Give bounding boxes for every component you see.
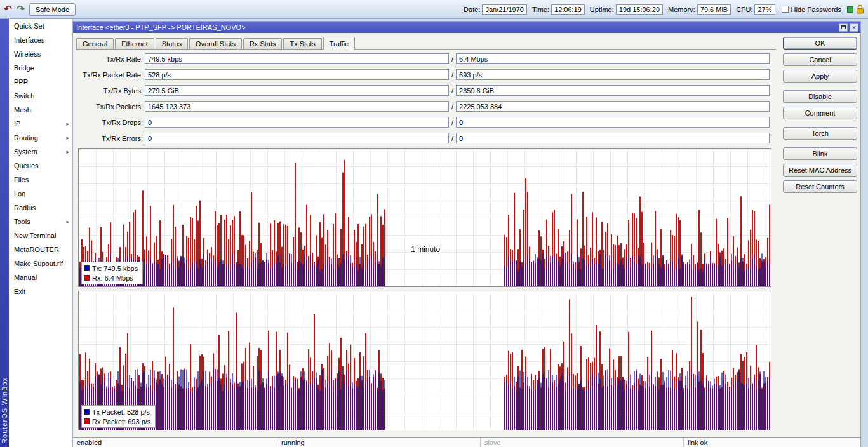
traffic-rate-canvas [79, 149, 771, 286]
dialog-titlebar[interactable]: Interface <ether3 - PTP_SFP -> PORTEIRAS… [73, 22, 860, 33]
field-separator: / [451, 71, 453, 79]
sidebar-item-tools[interactable]: Tools▸ [9, 215, 72, 229]
sidebar-item-label: Log [14, 190, 69, 197]
field-separator: / [451, 103, 453, 110]
tab-ethernet[interactable]: Ethernet [115, 38, 154, 49]
field-separator: / [451, 87, 453, 95]
stat-value-memory: 79.6 MiB [697, 4, 731, 15]
packet-rate-chart: Tx Packet: 528 p/sRx Packet: 693 p/s [78, 291, 771, 430]
stat-label-uptime: Uptime: [590, 6, 614, 13]
legend-swatch-icon [84, 275, 90, 281]
stat-value-time: 12:06:19 [551, 4, 585, 15]
sidebar-item-system[interactable]: System▸ [9, 145, 72, 159]
tab-rx-stats[interactable]: Rx Stats [243, 38, 283, 49]
rx-packet-rate-input[interactable] [456, 69, 770, 80]
tab-overall-stats[interactable]: Overall Stats [189, 38, 242, 49]
sidebar-item-mesh[interactable]: Mesh [9, 103, 72, 117]
stat-value-date: Jan/21/1970 [482, 4, 527, 15]
legend-label: Rx: 6.4 Mbps [92, 274, 133, 282]
safe-mode-button[interactable]: Safe Mode [29, 3, 76, 16]
reset-counters-button[interactable]: Reset Counters [783, 180, 857, 193]
sidebar-item-switch[interactable]: Switch [9, 89, 72, 103]
sidebar-item-label: Wireless [14, 50, 69, 58]
sidebar-item-queues[interactable]: Queues [9, 159, 72, 173]
sidebar-item-bridge[interactable]: Bridge [9, 61, 72, 75]
rx-drops-input[interactable] [456, 117, 770, 128]
status-link-ok: link ok [684, 438, 860, 447]
sidebar-item-label: System [14, 148, 66, 156]
ok-button[interactable]: OK [783, 37, 857, 50]
sidebar-item-radius[interactable]: Radius [9, 201, 72, 215]
tx-packets-input[interactable] [145, 101, 449, 112]
tab-bar: GeneralEthernetStatusOverall StatsRx Sta… [76, 36, 776, 50]
sidebar-item-files[interactable]: Files [9, 173, 72, 187]
stat-label-memory: Memory: [668, 6, 695, 13]
sidebar-item-log[interactable]: Log [9, 187, 72, 201]
field-label: Tx/Rx Errors: [73, 135, 143, 142]
hide-passwords-label: Hide Passwords [791, 6, 841, 13]
redo-icon[interactable]: ↷ [15, 3, 27, 15]
disable-button[interactable]: Disable [783, 90, 857, 103]
apply-button[interactable]: Apply [783, 70, 857, 83]
sidebar-item-ppp[interactable]: PPP [9, 75, 72, 89]
rx-errors-input[interactable] [456, 133, 770, 143]
winbox-brand-strip: RouterOS WinBox [0, 19, 9, 447]
close-button[interactable]: × [850, 23, 858, 32]
hide-passwords-checkbox[interactable] [782, 6, 789, 13]
undo-icon[interactable]: ↶ [2, 3, 14, 15]
sidebar-item-metarouter[interactable]: MetaROUTER [9, 243, 72, 257]
sidebar-item-new-terminal[interactable]: New Terminal [9, 229, 72, 243]
reset-mac-address-button[interactable]: Reset MAC Address [783, 164, 857, 177]
sidebar-menu: Quick SetInterfacesWirelessBridgePPPSwit… [9, 19, 73, 447]
tab-traffic[interactable]: Traffic [323, 37, 355, 50]
legend-swatch-icon [84, 265, 90, 271]
tx-bytes-input[interactable] [145, 85, 449, 96]
tab-status[interactable]: Status [156, 38, 188, 49]
sidebar-item-quick-set[interactable]: Quick Set [9, 19, 72, 33]
field-separator: / [451, 55, 453, 63]
stat-label-date: Date: [464, 6, 480, 13]
field-row-bytes: Tx/Rx Bytes:/ [73, 83, 778, 98]
stat-value-cpu: 27% [754, 4, 775, 15]
tx-rate-input[interactable] [145, 53, 449, 64]
field-separator: / [451, 135, 453, 142]
field-row-packets: Tx/Rx Packets:/ [73, 98, 778, 114]
chart-annotation: 1 minuto [411, 245, 440, 254]
sidebar-item-label: Bridge [14, 64, 69, 72]
status-slave: slave [481, 438, 684, 447]
field-label: Tx/Rx Rate: [73, 55, 143, 63]
legend-label: Tx Packet: 528 p/s [92, 408, 150, 416]
tx-errors-input[interactable] [145, 133, 449, 143]
rx-packets-input[interactable] [456, 101, 770, 112]
sidebar-item-make-supout-rif[interactable]: Make Supout.rif [9, 257, 72, 270]
sidebar-item-wireless[interactable]: Wireless [9, 47, 72, 61]
tx-packet-rate-input[interactable] [145, 69, 449, 80]
maximize-button[interactable] [839, 23, 848, 32]
legend-label: Tx: 749.5 kbps [92, 265, 138, 272]
cancel-button[interactable]: Cancel [783, 53, 857, 66]
rx-bytes-input[interactable] [456, 85, 770, 96]
tab-tx-stats[interactable]: Tx Stats [283, 38, 321, 49]
sidebar-item-ip[interactable]: IP▸ [9, 117, 72, 131]
system-stats: Date:Jan/21/1970Time:12:06:19Uptime:19d … [460, 0, 864, 18]
rx-rate-input[interactable] [456, 53, 770, 64]
sidebar-item-label: Tools [14, 218, 66, 225]
field-separator: / [451, 119, 453, 126]
stat-label-cpu: CPU: [736, 6, 752, 13]
torch-button[interactable]: Torch [783, 127, 857, 140]
tab-general[interactable]: General [76, 38, 114, 49]
sidebar-item-exit[interactable]: Exit [9, 284, 72, 298]
interface-dialog: Interface <ether3 - PTP_SFP -> PORTEIRAS… [73, 22, 860, 447]
comment-button[interactable]: Comment [783, 107, 857, 119]
field-label: Tx/Rx Drops: [73, 119, 143, 126]
packet-rate-canvas [79, 291, 771, 430]
submenu-arrow-icon: ▸ [66, 149, 69, 155]
submenu-arrow-icon: ▸ [66, 121, 69, 127]
blink-button[interactable]: Blink [783, 147, 857, 160]
sidebar-item-routing[interactable]: Routing▸ [9, 131, 72, 145]
lock-icon [856, 4, 864, 14]
sidebar-item-label: PPP [14, 78, 69, 86]
tx-drops-input[interactable] [145, 117, 449, 128]
sidebar-item-manual[interactable]: Manual [9, 270, 72, 284]
sidebar-item-interfaces[interactable]: Interfaces [9, 33, 72, 47]
